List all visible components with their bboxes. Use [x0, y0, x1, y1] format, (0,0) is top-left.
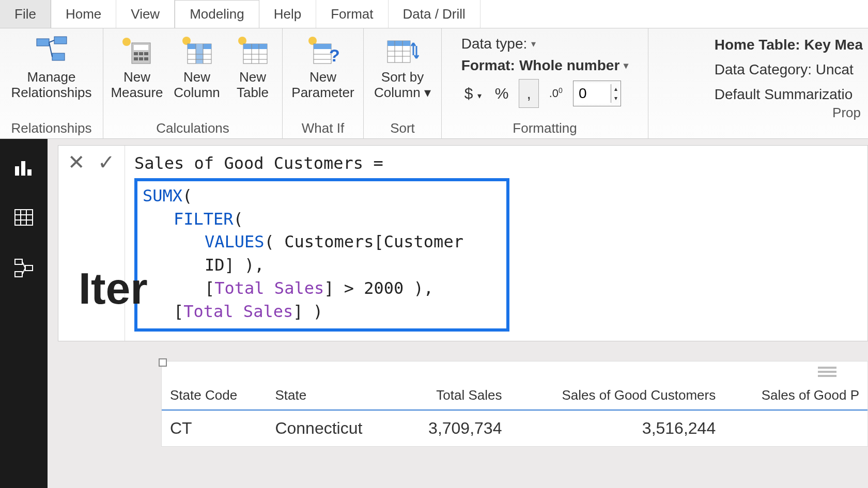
formula-editor[interactable]: Sales of Good Customers = SUMX( FILTER( …	[125, 146, 867, 341]
nav-data-view[interactable]	[11, 205, 36, 230]
data-category-label: Data Category: Uncat	[715, 61, 854, 77]
decimal-places-spinner[interactable]: ▴ ▾	[573, 81, 621, 106]
group-sort-label: Sort	[390, 120, 415, 136]
tab-help-label: Help	[274, 6, 301, 22]
tab-home-label: Home	[66, 6, 101, 22]
side-nav	[0, 139, 48, 488]
svg-rect-12	[139, 57, 143, 60]
grip-icon[interactable]	[818, 367, 836, 377]
svg-rect-31	[314, 44, 331, 49]
data-type-dropdown[interactable]: Data type: ▾	[461, 36, 629, 52]
svg-rect-41	[15, 166, 19, 176]
table-icon	[13, 207, 35, 228]
table-row[interactable]: CT Connecticut 3,709,734 3,516,244	[162, 410, 867, 446]
bar-chart-icon	[13, 156, 35, 178]
formula-highlight: SUMX( FILTER( VALUES( Customers[Customer…	[134, 178, 509, 332]
ribbon: Manage Relationships Relationships New M…	[0, 28, 868, 139]
tab-modeling[interactable]: Modeling	[175, 0, 259, 28]
group-whatif-label: What If	[302, 120, 344, 136]
decimal-button[interactable]: .00	[546, 85, 566, 101]
svg-text:?: ?	[329, 45, 339, 65]
thousands-separator-button[interactable]: ,	[519, 79, 538, 108]
home-table-dropdown[interactable]: Home Table: Key Mea	[715, 37, 863, 53]
new-table-button[interactable]: New Table	[228, 32, 277, 101]
measure-icon	[119, 35, 155, 67]
svg-rect-17	[196, 44, 203, 64]
relationships-icon	[34, 35, 70, 67]
spinner-down[interactable]: ▾	[611, 93, 621, 103]
percent-button[interactable]: %	[492, 84, 512, 103]
tab-help[interactable]: Help	[259, 0, 316, 28]
workspace: ✕ ✓ Sales of Good Customers = SUMX( FILT…	[0, 139, 868, 488]
manage-relationships-button[interactable]: Manage Relationships	[5, 32, 98, 101]
tab-view[interactable]: View	[116, 0, 175, 28]
group-formatting-label: Formatting	[513, 120, 577, 136]
nav-model-view[interactable]	[11, 256, 36, 280]
tab-data-drill[interactable]: Data / Drill	[389, 0, 481, 28]
svg-rect-43	[27, 169, 32, 176]
col-state[interactable]: State	[267, 380, 397, 410]
svg-rect-24	[243, 44, 267, 49]
formula-line-5: [Total Sales] )	[143, 300, 501, 323]
table-header-row: State Code State Total Sales Sales of Go…	[162, 380, 867, 410]
svg-rect-7	[134, 45, 148, 50]
svg-rect-10	[144, 52, 148, 55]
tab-format[interactable]: Format	[316, 0, 388, 28]
chevron-down-icon: ▾	[531, 38, 536, 50]
group-whatif: ? New Parameter What If	[283, 28, 364, 138]
col-good-p[interactable]: Sales of Good P	[724, 380, 867, 410]
data-type-label: Data type:	[461, 36, 528, 52]
cell-total-sales: 3,709,734	[397, 410, 510, 446]
svg-rect-13	[144, 57, 148, 60]
sort-icon	[384, 35, 421, 67]
col-state-code[interactable]: State Code	[162, 380, 267, 410]
tab-format-label: Format	[331, 6, 373, 22]
svg-line-4	[49, 42, 52, 57]
col-good-customers[interactable]: Sales of Good Customers	[510, 380, 724, 410]
tab-modeling-label: Modeling	[190, 6, 244, 22]
tab-data-drill-label: Data / Drill	[403, 6, 466, 22]
group-properties: Home Table: Key Mea Data Category: Uncat…	[648, 28, 868, 138]
model-icon	[13, 257, 35, 279]
format-value: Whole number	[519, 57, 619, 74]
svg-rect-36	[388, 41, 410, 46]
svg-rect-11	[134, 57, 138, 60]
new-table-label: New Table	[237, 70, 269, 101]
currency-button[interactable]: $ ▾	[461, 84, 485, 103]
sort-by-column-label: Sort by Column ▾	[374, 70, 431, 101]
svg-rect-1	[54, 37, 67, 44]
formula-line-3: VALUES( Customers[Customer ID] ),	[143, 230, 501, 277]
parameter-icon: ?	[305, 35, 341, 67]
svg-rect-2	[52, 53, 65, 60]
default-summarization-dropdown[interactable]: Default Summarizatio	[715, 86, 863, 103]
new-measure-button[interactable]: New Measure	[109, 32, 165, 101]
nav-report-view[interactable]	[11, 154, 36, 179]
new-column-button[interactable]: New Column	[169, 32, 224, 101]
format-controls: $ ▾ % , .00 ▴ ▾	[461, 79, 629, 108]
svg-rect-9	[139, 52, 143, 55]
column-icon	[179, 35, 215, 67]
data-category-dropdown[interactable]: Data Category: Uncat	[715, 61, 863, 78]
formula-line-4: [Total Sales] > 2000 ),	[143, 277, 501, 300]
col-total-sales[interactable]: Total Sales	[397, 380, 510, 410]
home-table-label: Home Table: Key Mea	[715, 37, 863, 53]
tab-home[interactable]: Home	[51, 0, 116, 28]
data-table: State Code State Total Sales Sales of Go…	[162, 380, 867, 446]
sort-by-column-button[interactable]: Sort by Column ▾	[369, 32, 436, 101]
cell-state-code: CT	[162, 410, 267, 446]
decimal-places-input[interactable]	[574, 83, 611, 104]
commit-formula-button[interactable]: ✓	[98, 152, 115, 172]
resize-handle[interactable]	[159, 358, 167, 367]
spinner-up[interactable]: ▴	[611, 84, 621, 93]
svg-rect-44	[15, 210, 33, 225]
cell-good-customers: 3,516,244	[510, 410, 724, 446]
tab-file[interactable]: File	[0, 0, 51, 28]
svg-rect-51	[15, 272, 22, 277]
group-relationships-label: Relationships	[11, 120, 91, 136]
new-parameter-button[interactable]: ? New Parameter	[288, 32, 358, 101]
chevron-down-icon: ▾	[477, 91, 482, 100]
cancel-formula-button[interactable]: ✕	[68, 152, 85, 172]
table-visual[interactable]: State Code State Total Sales Sales of Go…	[161, 361, 868, 447]
new-column-label: New Column	[174, 70, 220, 101]
format-dropdown[interactable]: Format: Whole number ▾	[461, 57, 629, 74]
